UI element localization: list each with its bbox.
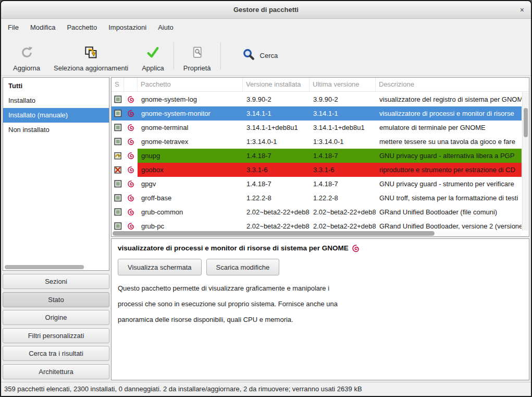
column-header-status[interactable]: S	[112, 78, 124, 91]
installed-version: 2.02~beta2-22+deb8u1	[243, 205, 310, 219]
mark-all-upgrades-button[interactable]: Seleziona aggiornamenti	[47, 40, 135, 72]
package-description: mettere tessere su una tavola da gioco e…	[376, 135, 522, 149]
package-name: gnome-system-monitor	[138, 106, 243, 121]
scrollbar-thumb[interactable]	[5, 265, 84, 269]
search-icon	[242, 48, 255, 63]
latest-version: 3.14.1-1+deb8u1	[310, 121, 376, 135]
installed-version: 1.22.2-8	[243, 191, 310, 205]
package-description: visualizzatore di processi e monitor di …	[376, 106, 522, 121]
filter-list: Tutti Installato Installato (manuale) No…	[3, 77, 109, 271]
menu-impostazioni[interactable]: Impostazioni	[103, 19, 152, 36]
content-column: S Pacchetto Versione installata Ultima v…	[111, 77, 529, 380]
column-header-origin[interactable]	[124, 78, 138, 91]
description-line: processi che sono in esecuzione sul prop…	[118, 296, 523, 312]
properties-button[interactable]: Proprietà	[177, 40, 218, 72]
main-area: Tutti Installato Installato (manuale) No…	[1, 76, 531, 382]
status-button[interactable]: Stato	[3, 292, 109, 307]
search-button[interactable]: Cerca	[237, 45, 283, 66]
latest-version: 3.14.1-1	[310, 106, 376, 121]
sections-button[interactable]: Sezioni	[3, 274, 109, 289]
table-row[interactable]: grub-common 2.02~beta2-22+deb8u1 2.02~be…	[112, 205, 522, 219]
table-row[interactable]: gpgv 1.4.18-7 1.4.18-7 GNU privacy guard…	[112, 177, 522, 191]
filter-list-horizontal-scrollbar[interactable]	[5, 265, 107, 269]
installed-version: 3.9.90-2	[243, 92, 310, 106]
package-description: GNU troff, sistema per la formattazione …	[376, 191, 522, 205]
status-installed-icon	[112, 177, 124, 191]
synaptic-window: Gestore di pacchetti × File Modifica Pac…	[0, 0, 532, 397]
debian-swirl-icon	[124, 92, 138, 106]
package-name: groff-base	[138, 191, 243, 205]
scrollbar-thumb[interactable]	[524, 108, 528, 137]
status-bar: 359 pacchetti elencati, 2300 installati,…	[1, 382, 531, 396]
table-header: S Pacchetto Versione installata Ultima v…	[112, 78, 529, 92]
installed-version: 1.4.18-7	[243, 177, 310, 191]
installed-version: 3.14.1-1	[243, 106, 310, 121]
column-header-installed-version[interactable]: Versione installata	[243, 78, 310, 91]
apply-button[interactable]: Applica	[135, 40, 171, 72]
get-changelog-button[interactable]: Scarica modifiche	[206, 259, 280, 275]
table-row[interactable]: groff-base 1.22.2-8 1.22.2-8 GNU troff, …	[112, 191, 522, 205]
debian-swirl-icon	[124, 219, 138, 231]
window-title: Gestore di pacchetti	[233, 6, 299, 14]
toolbar-separator	[220, 42, 221, 69]
menu-file[interactable]: File	[2, 19, 24, 36]
filter-item-installato-manuale[interactable]: Installato (manuale)	[3, 108, 109, 123]
scrollbar-thumb[interactable]	[113, 231, 435, 236]
status-installed-icon	[112, 92, 124, 106]
get-screenshot-button[interactable]: Visualizza schermata	[118, 259, 202, 275]
table-row[interactable]: gnome-terminal 3.14.1-1+deb8u1 3.14.1-1+…	[112, 121, 522, 135]
filter-item-installato[interactable]: Installato	[3, 93, 109, 108]
reload-button[interactable]: Aggiorna	[6, 40, 47, 72]
debian-swirl-icon	[124, 135, 138, 149]
sidebar: Tutti Installato Installato (manuale) No…	[3, 77, 109, 380]
debian-swirl-icon	[124, 149, 138, 163]
latest-version: 1:3.14.0-1	[310, 135, 376, 149]
table-row[interactable]: gnome-system-log 3.9.90-2 3.9.90-2 visua…	[112, 92, 522, 106]
package-name: gnome-terminal	[138, 121, 243, 135]
title-bar[interactable]: Gestore di pacchetti ×	[1, 1, 531, 19]
menu-modifica[interactable]: Modifica	[24, 19, 61, 36]
filter-item-non-installato[interactable]: Non installato	[3, 123, 109, 137]
vertical-scrollbar[interactable]	[522, 92, 528, 231]
menu-aiuto[interactable]: Aiuto	[152, 19, 179, 36]
custom-filters-button[interactable]: Filtri personalizzati	[3, 328, 109, 343]
horizontal-scrollbar[interactable]	[113, 231, 521, 236]
table-row[interactable]: grub-pc 2.02~beta2-22+deb8u1 2.02~beta2-…	[112, 219, 522, 231]
mark-upgrades-icon	[84, 45, 98, 61]
latest-version: 1.22.2-8	[310, 191, 376, 205]
installed-version: 2.02~beta2-22+deb8u1	[243, 219, 310, 231]
close-icon[interactable]: ×	[520, 1, 524, 19]
toolbar-separator	[174, 42, 174, 69]
properties-button-label: Proprietà	[183, 64, 211, 72]
status-upgrade-icon	[112, 149, 124, 163]
status-installed-icon	[112, 219, 124, 231]
column-header-description[interactable]: Descrizione	[376, 78, 522, 91]
table-row[interactable]: gnome-tetravex 1:3.14.0-1 1:3.14.0-1 met…	[112, 135, 522, 149]
column-header-latest-version[interactable]: Ultima versione	[310, 78, 376, 91]
package-name: grub-common	[138, 205, 243, 219]
table-row-marked-upgrade[interactable]: gnupg 1.4.18-7 1.4.18-7 GNU privacy guar…	[112, 149, 522, 163]
latest-version: 1.4.18-7	[310, 177, 376, 191]
table-row-selected[interactable]: gnome-system-monitor 3.14.1-1 3.14.1-1 v…	[112, 106, 522, 121]
table-body: gnome-system-log 3.9.90-2 3.9.90-2 visua…	[112, 92, 522, 231]
package-details-panel: visualizzatore di processi e monitor di …	[111, 238, 529, 380]
status-installed-icon	[112, 205, 124, 219]
latest-version: 1.4.18-7	[310, 149, 376, 163]
column-header-package[interactable]: Pacchetto	[138, 78, 243, 91]
debian-swirl-icon	[352, 245, 359, 252]
installed-version: 1:3.14.0-1	[243, 135, 310, 149]
package-description-text: Questo pacchetto permette di visualizzar…	[118, 281, 523, 328]
toolbar: Aggiorna Seleziona aggiornamenti Applica…	[1, 36, 531, 76]
status-installed-icon	[112, 106, 124, 121]
table-row-marked-removal[interactable]: goobox 3.3.1-6 3.3.1-6 riproduttore e st…	[112, 163, 522, 177]
package-name: gnupg	[138, 149, 243, 163]
menu-pacchetto[interactable]: Pacchetto	[61, 19, 103, 36]
origin-button[interactable]: Origine	[3, 310, 109, 325]
package-description: riproduttore e strumento per estrazione …	[376, 163, 522, 177]
search-results-button[interactable]: Cerca tra i risultati	[3, 346, 109, 361]
architecture-button[interactable]: Architettura	[3, 364, 109, 379]
menu-bar: File Modifica Pacchetto Impostazioni Aiu…	[1, 19, 531, 36]
debian-swirl-icon	[124, 205, 138, 219]
filter-item-tutti[interactable]: Tutti	[3, 79, 109, 93]
latest-version: 2.02~beta2-22+deb8u1	[310, 219, 376, 231]
